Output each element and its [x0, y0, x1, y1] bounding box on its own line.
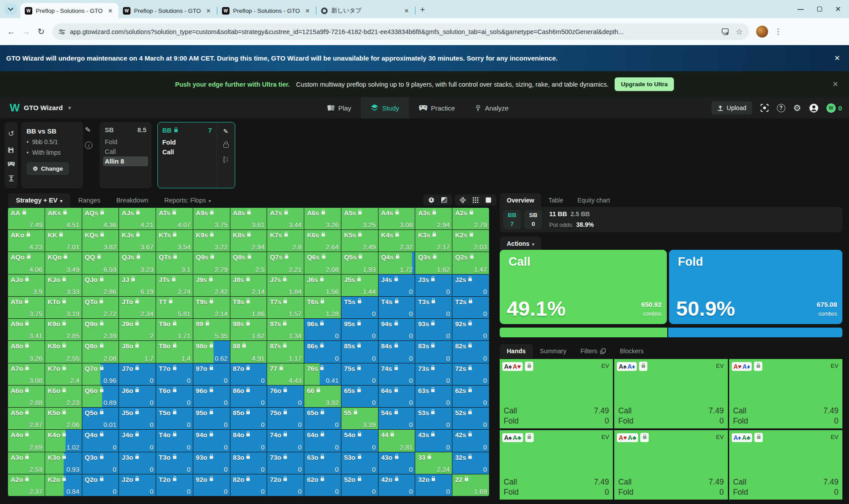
matrix-cell-Q3o[interactable]: Q3o0	[82, 452, 119, 474]
install-app-icon[interactable]	[722, 28, 730, 35]
reload-button[interactable]: ↻	[34, 27, 49, 37]
wizard-coin-icon[interactable]: W	[826, 103, 836, 113]
matrix-cell-KJo[interactable]: KJo3.33	[45, 275, 82, 296]
matrix-cell-A7o[interactable]: A7o3.08	[8, 363, 45, 385]
matrix-cell-AKo[interactable]: AKo4.23	[8, 230, 45, 252]
tab-reports-flops[interactable]: Reports: Flops▾	[156, 193, 218, 207]
save-icon[interactable]	[8, 147, 14, 153]
matrix-cell-73o[interactable]: 73o0	[267, 452, 304, 474]
matrix-cell-AA[interactable]: AA7.49	[8, 208, 45, 229]
browser-tab-4[interactable]: 新しいタブ ✕	[317, 3, 415, 18]
matrix-cell-K3s[interactable]: K3s2.17	[415, 230, 452, 252]
sb-stack-pill[interactable]: SB 0	[524, 210, 542, 229]
matrix-cell-T2o[interactable]: T2o0	[156, 474, 193, 496]
matrix-cell-Q8s[interactable]: Q8s2.5	[230, 252, 267, 274]
matrix-cell-72o[interactable]: 72o0	[267, 474, 304, 496]
matrix-cell-92o[interactable]: 92o0	[193, 474, 230, 496]
matrix-cell-J5s[interactable]: J5s1.44	[341, 275, 378, 296]
tab-search-chevron-button[interactable]	[4, 4, 17, 15]
matrix-cell-42s[interactable]: 42s0	[452, 430, 489, 451]
tab-close-icon[interactable]: ✕	[403, 8, 410, 14]
matrix-cell-J5o[interactable]: J5o0	[119, 408, 156, 429]
info-icon[interactable]: i	[85, 141, 92, 149]
matrix-cell-64o[interactable]: 64o0	[304, 430, 341, 451]
half-fill-view-icon[interactable]	[441, 197, 447, 203]
matrix-cell-Q4o[interactable]: Q4o0	[82, 430, 119, 451]
matrix-cell-TT[interactable]: TT5.81	[156, 297, 193, 318]
matrix-cell-K8o[interactable]: K8o2.55	[45, 341, 82, 363]
matrix-cell-K5o[interactable]: K5o2.06	[45, 408, 82, 429]
matrix-cell-J9o[interactable]: J9o2	[119, 319, 156, 340]
matrix-cell-85o[interactable]: 85o0	[230, 408, 267, 429]
matrix-cell-63o[interactable]: 63o0	[304, 452, 341, 474]
matrix-cell-J8o[interactable]: J8o1.7	[119, 341, 156, 363]
matrix-cell-52o[interactable]: 52o0	[341, 474, 378, 496]
tab-filters[interactable]: Filters	[574, 344, 613, 358]
matrix-cell-K7o[interactable]: K7o2.4	[45, 363, 82, 385]
matrix-cell-K5s[interactable]: K5s2.49	[341, 230, 378, 252]
browser-tab-3[interactable]: W Preflop - Solutions - GTO Wizar ✕	[218, 3, 316, 18]
matrix-cell-32s[interactable]: 32s0	[452, 452, 489, 474]
tab-hands[interactable]: Hands	[500, 344, 533, 358]
matrix-cell-55[interactable]: 553.39	[341, 408, 378, 429]
matrix-cell-44[interactable]: 442.81	[379, 430, 415, 451]
matrix-cell-K4o[interactable]: K4o1.02	[45, 430, 82, 451]
browser-profile-avatar[interactable]	[756, 26, 768, 38]
matrix-cell-86o[interactable]: 86o0	[230, 386, 267, 407]
practice-spot-icon[interactable]	[8, 161, 15, 167]
matrix-cell-62o[interactable]: 62o0	[304, 474, 341, 496]
matrix-cell-J4o[interactable]: J4o0	[119, 430, 156, 451]
matrix-cell-Q7s[interactable]: Q7s2.21	[267, 252, 304, 274]
tab-equity-chart[interactable]: Equity chart	[570, 193, 617, 207]
lock-badge[interactable]	[639, 362, 647, 371]
screenshot-scan-icon[interactable]	[760, 103, 769, 112]
matrix-cell-A8s[interactable]: A8s3.61	[230, 208, 267, 229]
stack-depth-icon[interactable]	[8, 175, 14, 182]
hand-card-AhAc[interactable]: A♥A♣EVCall7.49Fold0	[614, 430, 727, 500]
matrix-cell-87s[interactable]: 87s1.17	[267, 341, 304, 363]
matrix-cell-76s[interactable]: 76s0.41	[304, 363, 341, 385]
matrix-cell-J6o[interactable]: J6o0	[119, 386, 156, 407]
matrix-cell-A5s[interactable]: A5s3.25	[341, 208, 378, 229]
matrix-cell-62s[interactable]: 62s0	[452, 386, 489, 407]
forward-button[interactable]: →	[19, 27, 34, 37]
matrix-cell-96s[interactable]: 96s0	[304, 319, 341, 340]
help-icon[interactable]: ?	[777, 104, 785, 112]
matrix-cell-Q5s[interactable]: Q5s1.93	[341, 252, 378, 274]
matrix-cell-JJ[interactable]: JJ6.19	[119, 275, 156, 296]
matrix-cell-QQ[interactable]: QQ6.59	[82, 252, 119, 274]
lock-node-icon[interactable]	[223, 144, 229, 148]
bookmark-star-icon[interactable]: ☆	[736, 27, 743, 37]
nav-item-practice[interactable]: Practice	[409, 97, 465, 118]
matrix-cell-54o[interactable]: 54o0	[341, 430, 378, 451]
matrix-cell-KTo[interactable]: KTo3.19	[45, 297, 82, 318]
split-columns-icon[interactable]	[223, 157, 229, 163]
matrix-cell-K2o[interactable]: K2o0.84	[45, 474, 82, 496]
browser-menu-icon[interactable]: ⋮	[774, 27, 782, 36]
matrix-cell-42o[interactable]: 42o0	[379, 474, 415, 496]
matrix-cell-J6s[interactable]: J6s1.56	[304, 275, 341, 296]
back-button[interactable]: ←	[4, 27, 19, 37]
copy-icon[interactable]	[600, 348, 606, 354]
matrix-cell-T4s[interactable]: T4s0	[379, 297, 415, 318]
matrix-cell-77[interactable]: 774.43	[267, 363, 304, 385]
matrix-cell-K8s[interactable]: K8s2.94	[230, 230, 267, 252]
matrix-cell-93o[interactable]: 93o0	[193, 452, 230, 474]
matrix-cell-K4s[interactable]: K4s2.32	[379, 230, 415, 252]
account-icon[interactable]	[809, 103, 818, 113]
matrix-cell-88[interactable]: 884.91	[230, 341, 267, 363]
nav-item-play[interactable]: Play	[317, 97, 361, 118]
matrix-cell-QJs[interactable]: QJs3.23	[119, 252, 156, 274]
matrix-cell-97s[interactable]: 97s1.34	[267, 319, 304, 340]
matrix-cell-95s[interactable]: 95s0	[341, 319, 378, 340]
matrix-cell-Q7o[interactable]: Q7o0.96	[82, 363, 119, 385]
matrix-cell-A3o[interactable]: A3o2.53	[8, 452, 45, 474]
tab-blockers[interactable]: Blockers	[613, 344, 651, 358]
window-close-button[interactable]: ✕	[835, 5, 841, 13]
matrix-cell-J2s[interactable]: J2s0	[452, 275, 489, 296]
matrix-cell-T9s[interactable]: T9s2.14	[193, 297, 230, 318]
matrix-cell-A8o[interactable]: A8o3.26	[8, 341, 45, 363]
matrix-cell-82s[interactable]: 82s0	[452, 341, 489, 363]
matrix-cell-K9s[interactable]: K9s3.22	[193, 230, 230, 252]
matrix-cell-96o[interactable]: 96o0	[193, 386, 230, 407]
